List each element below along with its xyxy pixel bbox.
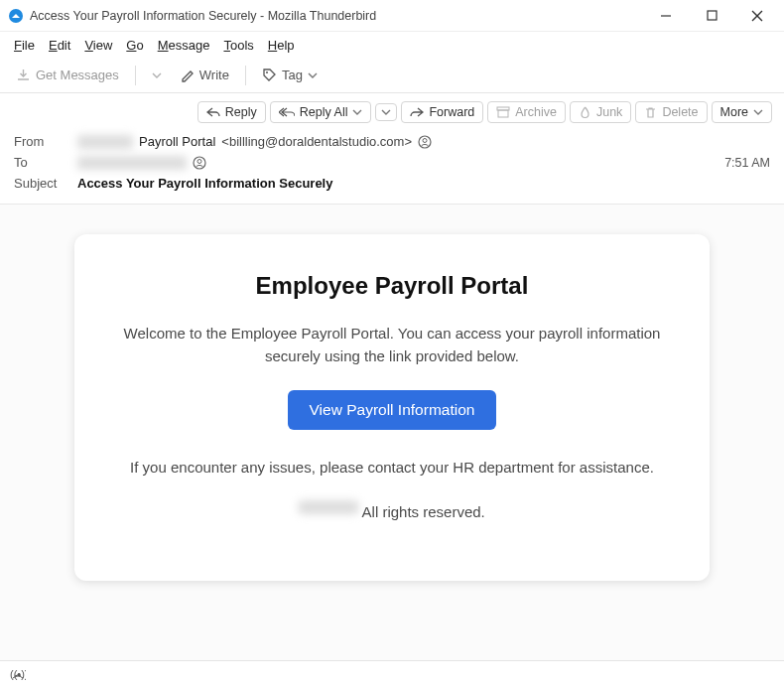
from-row: From xxxx Payroll Portal <billling@doral… [14,131,770,152]
thunderbird-icon [8,8,24,24]
view-payroll-button[interactable]: View Payroll Information [288,390,497,430]
minimize-button[interactable] [643,0,689,32]
redacted-sender-prefix: xxxx [77,135,133,149]
menu-help[interactable]: Help [262,36,301,55]
tag-label: Tag [282,68,303,82]
window-title: Access Your Payroll Information Securely… [30,9,643,23]
to-row: To xxxxxxx 7:51 AM [14,152,770,173]
svg-rect-2 [708,11,717,20]
reply-all-split-chevron[interactable] [375,103,397,121]
tag-icon [262,68,277,82]
delete-button[interactable]: Delete [635,101,707,123]
svg-point-11 [197,159,201,163]
connection-icon[interactable]: ((•)) [10,667,26,681]
email-card: Employee Payroll Portal Welcome to the E… [74,234,710,581]
menu-file[interactable]: File [8,36,41,55]
menu-tools[interactable]: Tools [217,36,259,55]
get-messages-label: Get Messages [36,68,119,82]
redacted-company: xxxx [299,500,358,514]
contact-icon[interactable] [193,156,206,170]
junk-button[interactable]: Junk [570,101,631,123]
redacted-recipient: xxxxxxx [77,156,187,170]
svg-text:((•)): ((•)) [10,668,26,680]
reply-all-label: Reply All [300,105,348,119]
archive-label: Archive [515,105,557,119]
subject-label: Subject [14,176,67,191]
rights-text: All rights reserved. [362,503,485,520]
email-intro: Welcome to the Employee Payroll Portal. … [116,322,668,368]
svg-rect-7 [498,110,508,117]
reply-button[interactable]: Reply [197,101,266,123]
menu-edit[interactable]: Edit [43,36,76,55]
reply-all-icon [279,106,295,118]
to-label: To [14,155,67,170]
subject-value: Access Your Payroll Information Securely [77,176,332,191]
menu-go[interactable]: Go [120,36,149,55]
write-button[interactable]: Write [174,65,235,85]
maximize-button[interactable] [689,0,734,32]
svg-point-9 [423,138,427,142]
delete-label: Delete [662,105,698,119]
chevron-down-icon [352,107,362,117]
write-label: Write [199,68,229,82]
menu-view[interactable]: View [78,36,118,55]
message-body: Employee Payroll Portal Welcome to the E… [0,205,784,681]
email-title: Employee Payroll Portal [116,272,668,300]
statusbar: ((•)) [0,660,784,686]
archive-button[interactable]: Archive [487,101,566,123]
toolbar: Get Messages Write Tag [0,58,784,93]
get-messages-button[interactable]: Get Messages [10,65,125,85]
chevron-down-icon [152,70,162,80]
forward-button[interactable]: Forward [401,101,483,123]
junk-label: Junk [596,105,622,119]
chevron-down-icon [381,107,391,117]
contact-icon[interactable] [418,135,432,149]
more-button[interactable]: More [712,101,772,123]
archive-icon [496,106,510,118]
get-messages-chevron[interactable] [146,68,168,83]
message-actions: Reply Reply All Forward Archive Junk Del… [0,93,784,127]
forward-label: Forward [429,105,474,119]
pencil-icon [180,68,195,82]
from-name: Payroll Portal [139,134,215,149]
email-help: If you encounter any issues, please cont… [116,456,668,479]
trash-icon [644,106,657,119]
subject-row: Subject Access Your Payroll Information … [14,173,770,194]
download-icon [16,68,31,82]
from-label: From [14,134,67,149]
close-button[interactable] [734,0,780,32]
message-headers: From xxxx Payroll Portal <billling@doral… [0,127,784,205]
flame-icon [579,106,591,119]
tag-button[interactable]: Tag [256,65,324,85]
email-footer: xxxx All rights reserved. [116,500,668,523]
menu-message[interactable]: Message [152,36,216,55]
separator [245,66,246,85]
reply-all-button[interactable]: Reply All [270,101,372,123]
more-label: More [720,105,748,119]
separator [135,66,136,85]
window-titlebar: Access Your Payroll Information Securely… [0,0,784,32]
reply-label: Reply [225,105,257,119]
reply-icon [206,106,220,118]
message-time: 7:51 AM [724,156,770,170]
chevron-down-icon [753,107,763,117]
svg-point-5 [266,71,268,73]
forward-icon [410,106,424,118]
menubar: File Edit View Go Message Tools Help [0,32,784,58]
chevron-down-icon [308,70,318,80]
from-address: <billling@doraldentalstudio.com> [221,134,412,149]
